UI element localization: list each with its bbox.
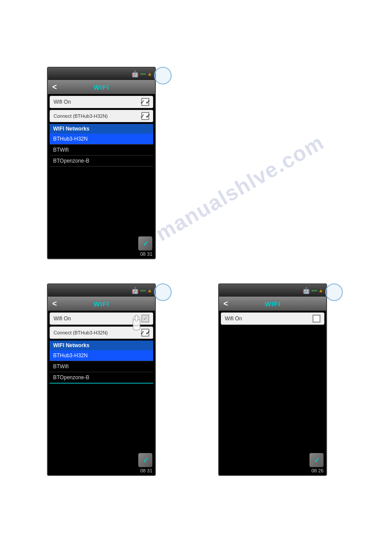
- screen2-networks-header: WIFI Networks: [50, 341, 153, 350]
- circle-annotation-2: [154, 283, 172, 301]
- screen2-ok-button[interactable]: ✓: [138, 453, 152, 467]
- watermark: manualshlve.com: [151, 130, 328, 246]
- screen3-status-bar: 🤖 ▪▪▪ ▲: [219, 284, 326, 297]
- screen1-wifi-on-label: Wifi On: [54, 99, 71, 105]
- screen1-back-button[interactable]: <: [52, 83, 57, 92]
- page-container: manualshlve.com 🤖 ▪▪▪ ▲ < WIFI Wifi On: [0, 0, 392, 555]
- screen2-battery-icon: ▪▪▪: [140, 287, 146, 294]
- screen1-content: Wifi On ✓ Connect (BTHub3-H32N) ✓ WIFI N…: [48, 94, 155, 258]
- screen3-back-button[interactable]: <: [223, 299, 228, 308]
- screen2-time: 08 31: [140, 468, 152, 473]
- screen3-wifi-on-label: Wifi On: [225, 316, 242, 322]
- screen1-connect-label: Connect (BTHub3-H32N): [54, 113, 108, 119]
- screen3-robot-icon: 🤖: [302, 287, 310, 294]
- circle-annotation-1: [154, 67, 172, 84]
- screen3-empty-area: [221, 326, 324, 458]
- robot-icon: 🤖: [131, 70, 139, 77]
- screen2-robot-icon: 🤖: [131, 287, 139, 294]
- screen3-signal-icon: ▲: [318, 287, 324, 294]
- screen2-bottom-bar: ✓ 08 31: [48, 457, 155, 475]
- screen1-time: 08 31: [140, 251, 152, 257]
- screen2-network-bthub[interactable]: BTHub3-H32N: [50, 350, 153, 361]
- screen1-status-bar: 🤖 ▪▪▪ ▲: [48, 68, 155, 80]
- screen2-title: WIFI: [94, 300, 109, 308]
- signal-icon: ▲: [147, 71, 152, 77]
- screen1-connect-row[interactable]: Connect (BTHub3-H32N) ✓: [50, 110, 153, 122]
- screen3-content: Wifi On: [219, 311, 326, 475]
- screen2-wifi-on-label: Wifi On: [54, 316, 71, 322]
- screen1-bottom-bar: ✓ 08 31: [48, 241, 155, 258]
- screen1-connect-checkbox[interactable]: ✓: [141, 112, 149, 120]
- screen1-network-btwifi[interactable]: BTWifi: [50, 145, 153, 156]
- touch-cursor: [127, 312, 146, 337]
- screen2-status-icons: 🤖 ▪▪▪ ▲: [131, 287, 152, 294]
- screen3-title: WIFI: [265, 300, 281, 308]
- screen2-network-btopenzone[interactable]: BTOpenzone-B: [50, 372, 153, 384]
- screen2-signal-icon: ▲: [147, 287, 152, 294]
- screen1-title: WIFI: [94, 83, 109, 91]
- screen2-network-btwifi[interactable]: BTWifi: [50, 361, 153, 372]
- svg-rect-2: [135, 315, 138, 321]
- screen3-status-icons: 🤖 ▪▪▪ ▲: [302, 287, 324, 294]
- screen3-wifi-toggle-row[interactable]: Wifi On: [221, 312, 324, 325]
- screen1-networks-header: WIFI Networks: [50, 124, 153, 134]
- screen3-time: 08 26: [311, 468, 324, 473]
- screen1-status-icons: 🤖 ▪▪▪ ▲: [131, 70, 152, 77]
- battery-icon: ▪▪▪: [140, 71, 146, 77]
- screen2-nav-bar: < WIFI: [48, 297, 155, 311]
- screen2-back-button[interactable]: <: [52, 299, 57, 308]
- screen2-status-bar: 🤖 ▪▪▪ ▲: [48, 284, 155, 297]
- screen2-network-list: BTHub3-H32N BTWifi BTOpenzone-B: [50, 350, 153, 384]
- screen2-content: Wifi On ✓ Connect (BTHub3-H32N) ✓ WIFI N…: [48, 311, 155, 475]
- screen3-wifi-checkbox[interactable]: [313, 315, 320, 323]
- screen3-nav-bar: < WIFI: [219, 297, 326, 311]
- screen2-connect-label: Connect (BTHub3-H32N): [54, 330, 108, 335]
- screen1-ok-button[interactable]: ✓: [138, 236, 152, 250]
- circle-annotation-3: [325, 283, 343, 301]
- screen1-wifi-toggle-row[interactable]: Wifi On ✓: [50, 96, 153, 108]
- screen1: 🤖 ▪▪▪ ▲ < WIFI Wifi On ✓ Connect (BTH: [47, 67, 156, 259]
- screen2: 🤖 ▪▪▪ ▲ < WIFI Wifi On ✓: [47, 283, 156, 476]
- screen1-network-bthub[interactable]: BTHub3-H32N: [50, 134, 153, 145]
- screen3-battery-icon: ▪▪▪: [311, 287, 317, 294]
- screen1-network-btopenzone[interactable]: BTOpenzone-B: [50, 156, 153, 167]
- screen1-nav-bar: < WIFI: [48, 80, 155, 94]
- screen3: 🤖 ▪▪▪ ▲ < WIFI Wifi On: [218, 283, 327, 476]
- screen1-wifi-checkbox[interactable]: ✓: [141, 98, 149, 106]
- screen3-bottom-bar: ✓ 08 26: [219, 457, 326, 475]
- screen3-ok-button[interactable]: ✓: [309, 453, 324, 467]
- screen1-network-list: BTHub3-H32N BTWifi BTOpenzone-B: [50, 134, 153, 167]
